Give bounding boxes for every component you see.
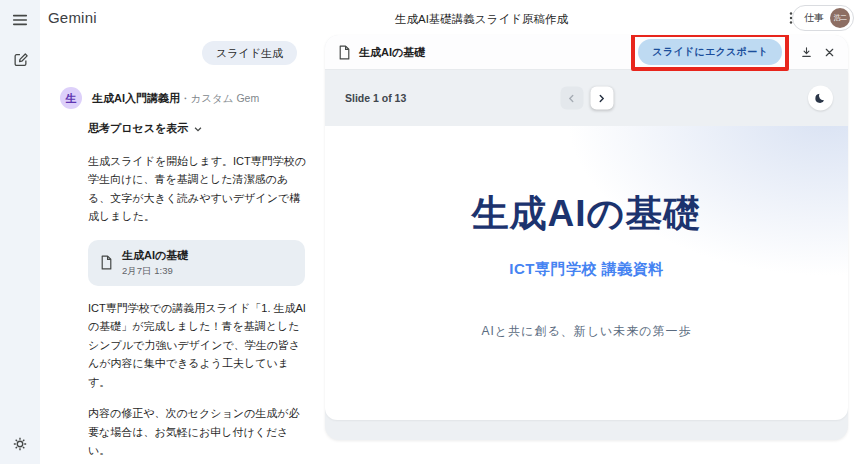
gem-header: 生 生成AI入門講義用・カスタム Gem (60, 87, 325, 109)
menu-icon[interactable] (12, 12, 28, 28)
slide-tagline: AIと共に創る、新しい未来の第一歩 (472, 323, 702, 340)
new-chat-icon[interactable] (13, 52, 28, 67)
slide-toolbar: Slide 1 of 13 (325, 70, 848, 126)
slide-navigation (560, 87, 613, 110)
slide-preview: 生成AIの基礎 ICT専門学校 講義資料 AIと共に創る、新しい未来の第一歩 (325, 126, 848, 420)
next-slide-button[interactable] (590, 87, 613, 110)
panel-header: 生成AIの基礎 スライドにエクスポート (325, 35, 848, 70)
chevron-down-icon (193, 124, 203, 134)
gem-avatar: 生 (60, 87, 82, 109)
message-paragraph: 生成スライドを開始します。ICT専門学校の学生向けに、青を基調とした清潔感のある… (88, 152, 307, 226)
user-message-row: スライド生成 (40, 41, 325, 65)
document-icon (100, 255, 113, 270)
conversation-title: 生成AI基礎講義スライド原稿作成 (395, 12, 568, 27)
profile-label: 仕事 (804, 11, 824, 25)
slide-counter: Slide 1 of 13 (345, 92, 406, 104)
slide-title: 生成AIの基礎 (472, 189, 702, 239)
avatar: 浩二 (830, 8, 850, 28)
slide-subtitle: ICT専門学校 講義資料 (472, 260, 702, 279)
generated-file-card[interactable]: 生成AIの基礎 2月7日 1:39 (88, 240, 305, 286)
moon-icon (815, 92, 827, 104)
document-icon (338, 45, 351, 60)
thought-process-toggle[interactable]: 思考プロセスを表示 (88, 121, 325, 136)
dark-mode-toggle[interactable] (808, 86, 833, 111)
message-paragraph: ICT専門学校での講義用スライド「1. 生成AIの基礎」が完成しました！青を基調… (88, 299, 307, 391)
file-timestamp: 2月7日 1:39 (122, 265, 188, 278)
export-to-slides-button[interactable]: スライドにエクスポート (638, 39, 782, 65)
close-icon[interactable] (824, 47, 835, 58)
assistant-message: 生成スライドを開始します。ICT専門学校の学生向けに、青を基調とした清潔感のある… (88, 136, 307, 460)
user-message-chip: スライド生成 (202, 41, 297, 65)
download-icon[interactable] (800, 46, 813, 59)
file-title: 生成AIの基礎 (122, 248, 188, 263)
panel-doc-title: 生成AIの基礎 (359, 45, 425, 60)
gem-type-label: ・カスタム Gem (180, 92, 259, 104)
message-paragraph: 内容の修正や、次のセクションの生成が必要な場合は、お気軽にお申し付けください。 (88, 404, 307, 459)
annotation-highlight-box: スライドにエクスポート (631, 35, 789, 71)
settings-gear-icon[interactable] (12, 436, 28, 452)
left-rail (0, 0, 40, 464)
account-switcher[interactable]: 仕事 浩二 (792, 5, 854, 31)
previous-slide-button[interactable] (560, 87, 583, 110)
canvas-panel: 生成AIの基礎 スライドにエクスポート Slide 1 of 13 (325, 35, 848, 440)
chat-column: スライド生成 生 生成AI入門講義用・カスタム Gem 思考プロセスを表示 生成… (40, 36, 325, 464)
app-logo[interactable]: Gemini (48, 9, 97, 26)
gem-name: 生成AI入門講義用・カスタム Gem (92, 91, 259, 106)
top-bar: Gemini 生成AI基礎講義スライド原稿作成 仕事 浩二 (40, 0, 860, 36)
